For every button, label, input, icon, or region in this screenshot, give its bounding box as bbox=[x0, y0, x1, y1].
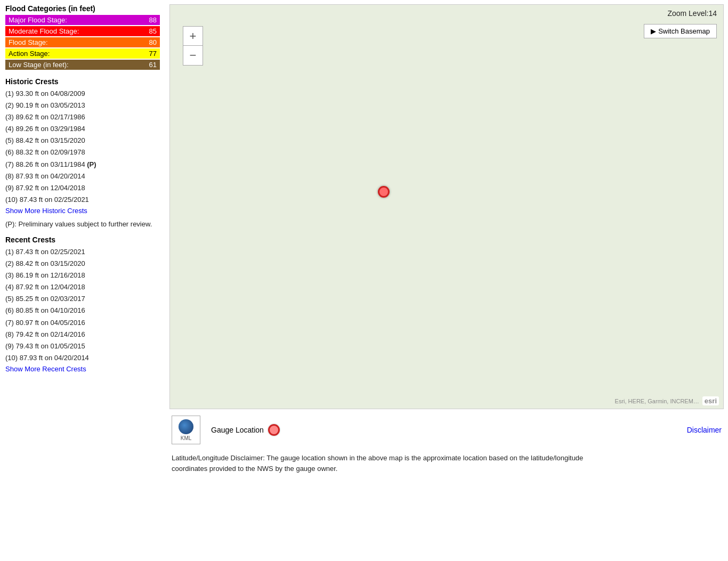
low-stage-value: 61 bbox=[149, 61, 157, 69]
gauge-location-legend: Gauge Location bbox=[211, 424, 280, 436]
recent-crests-title: Recent Crests bbox=[5, 235, 160, 244]
historic-crests-list: (1) 93.30 ft on 04/08/2009 (2) 90.19 ft … bbox=[5, 88, 160, 206]
esri-attribution-text: Esri, HERE, Garmin, INCREM… bbox=[615, 398, 699, 404]
flood-categories-title: Flood Categories (in feet) bbox=[5, 4, 160, 13]
list-item: (9) 87.92 ft on 12/04/2018 bbox=[5, 182, 160, 194]
list-item: (7) 80.97 ft on 04/05/2016 bbox=[5, 317, 160, 329]
gauge-circle-icon bbox=[268, 424, 280, 436]
show-more-historic-link[interactable]: Show More Historic Crests bbox=[5, 207, 87, 215]
action-stage-row: Action Stage: 77 bbox=[5, 48, 160, 59]
list-item: (4) 89.26 ft on 03/29/1984 bbox=[5, 123, 160, 135]
kml-label: KML bbox=[181, 435, 192, 441]
major-flood-label: Major Flood Stage: bbox=[9, 16, 67, 24]
list-item: (3) 89.62 ft on 02/17/1986 bbox=[5, 111, 160, 123]
esri-logo: esri bbox=[702, 396, 719, 405]
flood-categories-section: Flood Categories (in feet) Major Flood S… bbox=[5, 4, 160, 70]
disclaimer-text: Latitude/Longitude Disclaimer: The gauge… bbox=[169, 449, 606, 476]
recent-crests-list: (1) 87.43 ft on 02/25/2021 (2) 88.42 ft … bbox=[5, 246, 160, 364]
flood-stage-label: Flood Stage: bbox=[9, 38, 48, 46]
flood-stage-value: 80 bbox=[149, 38, 157, 46]
gauge-marker bbox=[378, 186, 390, 198]
zoom-in-button[interactable]: + bbox=[183, 27, 203, 46]
list-item: (5) 85.25 ft on 02/03/2017 bbox=[5, 293, 160, 305]
disclaimer-link[interactable]: Disclaimer bbox=[687, 426, 722, 434]
list-item: (8) 87.93 ft on 04/20/2014 bbox=[5, 170, 160, 182]
list-item: (10) 87.93 ft on 04/20/2014 bbox=[5, 352, 160, 364]
map-background bbox=[170, 5, 723, 409]
moderate-flood-value: 85 bbox=[149, 27, 157, 35]
flood-stage-row: Flood Stage: 80 bbox=[5, 37, 160, 47]
left-panel: Flood Categories (in feet) Major Flood S… bbox=[0, 0, 165, 561]
major-flood-value: 88 bbox=[149, 16, 157, 24]
list-item: (9) 79.43 ft on 01/05/2015 bbox=[5, 340, 160, 352]
low-stage-row: Low Stage (in feet): 61 bbox=[5, 60, 160, 70]
action-stage-label: Action Stage: bbox=[9, 50, 50, 58]
preliminary-note: (P): Preliminary values subject to furth… bbox=[5, 220, 160, 228]
list-item: (8) 79.42 ft on 02/14/2016 bbox=[5, 329, 160, 340]
list-item: (7) 88.26 ft on 03/11/1984 (P) bbox=[5, 159, 160, 170]
list-item: (6) 88.32 ft on 02/09/1978 bbox=[5, 147, 160, 158]
bottom-bar: KML Gauge Location Disclaimer bbox=[169, 411, 724, 449]
major-flood-row: Major Flood Stage: 88 bbox=[5, 15, 160, 25]
recent-crests-section: Recent Crests (1) 87.43 ft on 02/25/2021… bbox=[5, 235, 160, 373]
play-icon: ▶ bbox=[651, 27, 656, 35]
map-container[interactable]: 150 NW 91 NW County Rd 150 NW 14th Ter N… bbox=[169, 4, 724, 409]
zoom-controls[interactable]: + − bbox=[183, 26, 203, 66]
list-item: (2) 88.42 ft on 03/15/2020 bbox=[5, 258, 160, 270]
historic-crests-section: Historic Crests (1) 93.30 ft on 04/08/20… bbox=[5, 77, 160, 215]
right-panel: 150 NW 91 NW County Rd 150 NW 14th Ter N… bbox=[165, 0, 728, 561]
action-stage-value: 77 bbox=[149, 50, 157, 58]
list-item: (3) 86.19 ft on 12/16/2018 bbox=[5, 270, 160, 281]
zoom-level-label: Zoom Level:14 bbox=[667, 9, 717, 18]
show-more-recent-link[interactable]: Show More Recent Crests bbox=[5, 365, 86, 373]
zoom-out-button[interactable]: − bbox=[183, 46, 203, 65]
list-item: (4) 87.92 ft on 12/04/2018 bbox=[5, 281, 160, 293]
historic-crests-title: Historic Crests bbox=[5, 77, 160, 86]
globe-icon bbox=[179, 419, 193, 434]
esri-attribution: Esri, HERE, Garmin, INCREM… esri bbox=[615, 396, 719, 405]
list-item: (10) 87.43 ft on 02/25/2021 bbox=[5, 194, 160, 206]
list-item: (1) 93.30 ft on 04/08/2009 bbox=[5, 88, 160, 100]
list-item: (1) 87.43 ft on 02/25/2021 bbox=[5, 246, 160, 258]
list-item: (5) 88.42 ft on 03/15/2020 bbox=[5, 135, 160, 147]
switch-basemap-button[interactable]: ▶ Switch Basemap bbox=[644, 24, 717, 38]
moderate-flood-label: Moderate Flood Stage: bbox=[9, 27, 79, 35]
low-stage-label: Low Stage (in feet): bbox=[9, 61, 69, 69]
moderate-flood-row: Moderate Flood Stage: 85 bbox=[5, 26, 160, 36]
gauge-location-label: Gauge Location bbox=[211, 426, 264, 434]
list-item: (2) 90.19 ft on 03/05/2013 bbox=[5, 100, 160, 111]
kml-download-icon[interactable]: KML bbox=[172, 416, 200, 444]
list-item: (6) 80.85 ft on 04/10/2016 bbox=[5, 305, 160, 316]
